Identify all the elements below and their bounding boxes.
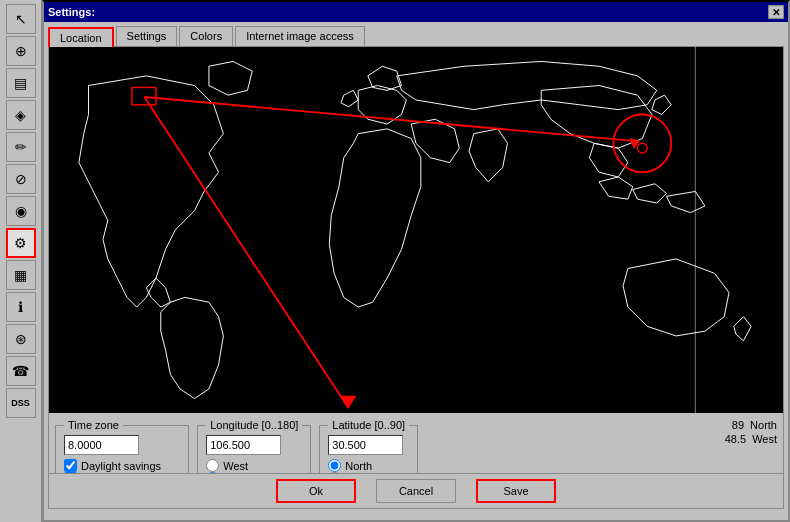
dialog-titlebar: Settings: ✕ — [44, 2, 788, 22]
toolbar-btn-7[interactable]: ◉ — [6, 196, 36, 226]
tabs-row: Location Settings Colors Internet image … — [44, 22, 788, 46]
toolbar-btn-12[interactable]: ☎ — [6, 356, 36, 386]
west-radio[interactable] — [206, 459, 219, 472]
toolbar-btn-5[interactable]: ✏ — [6, 132, 36, 162]
toolbar-btn-settings[interactable]: ⚙ — [6, 228, 36, 258]
latitude-input[interactable]: 30.500 — [328, 435, 403, 455]
daylight-savings-row: Daylight savings — [64, 459, 180, 472]
button-row: Ok Cancel Save — [49, 473, 783, 508]
toolbar-btn-2[interactable]: ⊕ — [6, 36, 36, 66]
side-value-1: 89 — [732, 419, 744, 431]
toolbar-btn-1[interactable]: ↖ — [6, 4, 36, 34]
daylight-savings-label: Daylight savings — [81, 460, 161, 472]
toolbar-btn-dss[interactable]: DSS — [6, 388, 36, 418]
save-button[interactable]: Save — [476, 479, 556, 503]
north-label: North — [345, 460, 372, 472]
side-label-2: West — [752, 433, 777, 445]
longitude-input[interactable]: 106.500 — [206, 435, 281, 455]
world-map[interactable] — [49, 47, 783, 413]
toolbar-btn-9[interactable]: ▦ — [6, 260, 36, 290]
side-value-2: 48.5 — [725, 433, 746, 445]
toolbar-btn-3[interactable]: ▤ — [6, 68, 36, 98]
toolbar-btn-6[interactable]: ⊘ — [6, 164, 36, 194]
side-label-1: North — [750, 419, 777, 431]
side-value-2-row: 48.5 West — [725, 433, 777, 445]
settings-dialog: Settings: ✕ Location Settings Colors Int… — [42, 0, 790, 522]
toolbar-btn-11[interactable]: ⊛ — [6, 324, 36, 354]
timezone-label: Time zone — [64, 419, 123, 431]
toolbar-btn-4[interactable]: ◈ — [6, 100, 36, 130]
longitude-label: Longitude [0..180] — [206, 419, 302, 431]
cancel-button[interactable]: Cancel — [376, 479, 456, 503]
dialog-title: Settings: — [48, 6, 95, 18]
tab-colors[interactable]: Colors — [179, 26, 233, 46]
side-value-1-row: 89 North — [732, 419, 777, 431]
svg-rect-0 — [60, 47, 773, 413]
toolbar: ↖ ⊕ ▤ ◈ ✏ ⊘ ◉ ⚙ ▦ ℹ ⊛ ☎ DSS — [0, 0, 42, 522]
tab-internet[interactable]: Internet image access — [235, 26, 365, 46]
dialog-content: Time zone 8.0000 Daylight savings Time r… — [48, 46, 784, 509]
close-button[interactable]: ✕ — [768, 5, 784, 19]
tab-settings[interactable]: Settings — [116, 26, 178, 46]
ok-button[interactable]: Ok — [276, 479, 356, 503]
latitude-label: Latitude [0..90] — [328, 419, 409, 431]
daylight-savings-checkbox[interactable] — [64, 459, 77, 472]
timezone-input[interactable]: 8.0000 — [64, 435, 139, 455]
west-label: West — [223, 460, 248, 472]
north-radio[interactable] — [328, 459, 341, 472]
north-radio-row: North — [328, 459, 409, 472]
tab-location[interactable]: Location — [48, 27, 114, 47]
toolbar-btn-10[interactable]: ℹ — [6, 292, 36, 322]
west-radio-row: West — [206, 459, 302, 472]
side-values: 89 North 48.5 West — [725, 419, 777, 445]
